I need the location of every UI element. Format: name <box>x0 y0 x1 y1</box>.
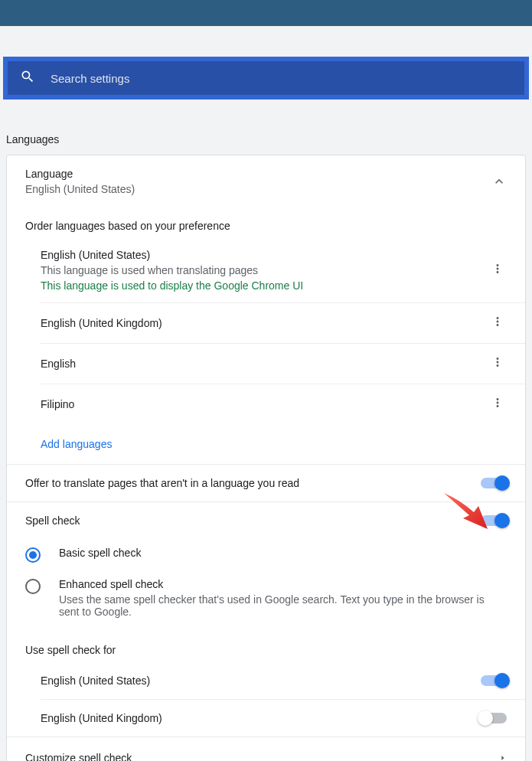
customize-spell-check-row[interactable]: Customize spell check <box>7 737 525 761</box>
spell-check-label: Spell check <box>25 514 80 527</box>
more-vert-icon <box>491 262 504 279</box>
translate-offer-row: Offer to translate pages that aren't in … <box>7 464 525 501</box>
translate-offer-label: Offer to translate pages that aren't in … <box>25 477 299 489</box>
language-item: English <box>41 344 525 384</box>
language-item: Filipino <box>41 384 525 424</box>
spell-check-language-list: English (United States) English (United … <box>7 662 525 737</box>
language-name: English (United Kingdom) <box>41 317 488 329</box>
language-sub: This language is used when translating p… <box>41 264 488 276</box>
order-hint: Order languages based on your preference <box>7 207 525 238</box>
more-menu-button[interactable] <box>488 395 507 413</box>
section-title: Languages <box>0 100 532 155</box>
spell-check-row: Spell check <box>7 501 525 539</box>
more-menu-button[interactable] <box>488 354 507 373</box>
basic-spell-label: Basic spell check <box>59 547 507 559</box>
language-header-row[interactable]: Language English (United States) <box>7 155 525 207</box>
language-name: Filipino <box>41 398 488 410</box>
more-menu-button[interactable] <box>488 314 507 332</box>
spell-check-lang-toggle[interactable] <box>481 713 507 723</box>
languages-card: Language English (United States) Order l… <box>6 155 526 761</box>
language-item: English (United States) This language is… <box>41 238 525 303</box>
spell-check-lang-toggle[interactable] <box>481 675 507 686</box>
translate-toggle[interactable] <box>481 478 507 488</box>
language-current: English (United States) <box>25 183 491 195</box>
more-vert-icon <box>491 315 504 332</box>
language-name: English (United States) <box>41 249 488 261</box>
language-name: English <box>41 358 488 370</box>
spell-check-for-label: Use spell check for <box>7 625 525 662</box>
language-heading: Language <box>25 168 491 180</box>
spell-check-lang-name: English (United States) <box>41 674 150 687</box>
spell-check-lang-row: English (United States) <box>41 662 525 700</box>
window-titlebar <box>0 0 532 26</box>
search-input[interactable] <box>51 72 512 85</box>
search-bar-container <box>3 57 529 100</box>
enhanced-spell-label: Enhanced spell check <box>59 578 507 590</box>
add-languages-button[interactable]: Add languages <box>41 424 112 464</box>
enhanced-spell-check-row[interactable]: Enhanced spell check Uses the same spell… <box>7 570 525 625</box>
basic-spell-radio[interactable] <box>25 547 41 563</box>
enhanced-spell-desc: Uses the same spell checker that's used … <box>59 593 507 618</box>
spell-check-toggle[interactable] <box>481 515 507 526</box>
arrow-right-icon <box>499 751 507 761</box>
search-icon <box>20 69 35 87</box>
basic-spell-check-row[interactable]: Basic spell check <box>7 539 525 570</box>
language-list: English (United States) This language is… <box>7 238 525 464</box>
more-vert-icon <box>491 355 504 372</box>
spell-check-lang-row: English (United Kingdom) <box>41 700 525 737</box>
language-item: English (United Kingdom) <box>41 303 525 344</box>
spell-check-lang-name: English (United Kingdom) <box>41 712 162 724</box>
more-menu-button[interactable] <box>488 261 507 279</box>
chevron-up-icon[interactable] <box>491 174 507 189</box>
language-ui-note: This language is used to display the Goo… <box>41 279 488 292</box>
enhanced-spell-radio[interactable] <box>25 579 41 594</box>
search-box[interactable] <box>8 61 524 95</box>
more-vert-icon <box>491 396 504 413</box>
customize-spell-check-label: Customize spell check <box>25 752 132 761</box>
